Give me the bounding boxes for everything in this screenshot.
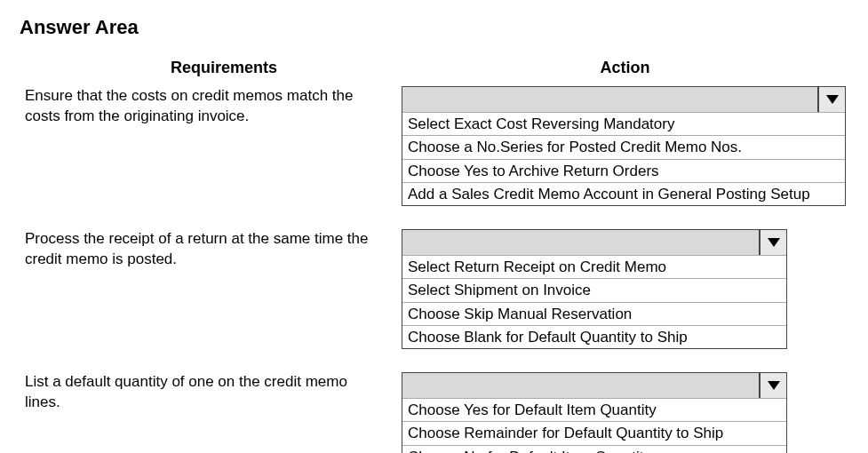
dropdown-option[interactable]: Select Exact Cost Reversing Mandatory xyxy=(402,112,845,135)
dropdown-option[interactable]: Choose Yes for Default Item Quantity xyxy=(402,398,786,421)
requirement-text: Ensure that the costs on credit memos ma… xyxy=(20,86,402,127)
action-cell: Select Exact Cost Reversing Mandatory Ch… xyxy=(402,86,848,206)
action-dropdown: Choose Yes for Default Item Quantity Cho… xyxy=(402,372,787,453)
requirement-text: List a default quantity of one on the cr… xyxy=(20,372,402,413)
dropdown-selected-row[interactable] xyxy=(402,230,786,255)
chevron-down-icon xyxy=(768,381,780,390)
dropdown-button[interactable] xyxy=(760,373,786,398)
question-row: List a default quantity of one on the cr… xyxy=(20,372,848,453)
dropdown-option[interactable]: Choose Remainder for Default Quantity to… xyxy=(402,421,786,444)
requirements-header: Requirements xyxy=(20,59,402,77)
dropdown-selected-row[interactable] xyxy=(402,373,786,398)
question-row: Process the receipt of a return at the s… xyxy=(20,229,848,349)
dropdown-option[interactable]: Choose No for Default Item Quantity xyxy=(402,445,786,454)
dropdown-selected[interactable] xyxy=(402,230,760,255)
dropdown-button[interactable] xyxy=(760,230,786,255)
columns-header: Requirements Action xyxy=(20,59,848,77)
dropdown-option[interactable]: Select Return Receipt on Credit Memo xyxy=(402,255,786,278)
dropdown-option[interactable]: Select Shipment on Invoice xyxy=(402,278,786,301)
requirement-text: Process the receipt of a return at the s… xyxy=(20,229,402,270)
action-dropdown: Select Return Receipt on Credit Memo Sel… xyxy=(402,229,787,349)
action-cell: Select Return Receipt on Credit Memo Sel… xyxy=(402,229,848,349)
action-header: Action xyxy=(402,59,848,77)
dropdown-option[interactable]: Choose Yes to Archive Return Orders xyxy=(402,159,845,182)
dropdown-option[interactable]: Choose a No.Series for Posted Credit Mem… xyxy=(402,135,845,158)
action-cell: Choose Yes for Default Item Quantity Cho… xyxy=(402,372,848,453)
action-dropdown: Select Exact Cost Reversing Mandatory Ch… xyxy=(402,86,846,206)
chevron-down-icon xyxy=(768,238,780,247)
dropdown-option[interactable]: Choose Skip Manual Reservation xyxy=(402,302,786,325)
question-row: Ensure that the costs on credit memos ma… xyxy=(20,86,848,206)
dropdown-button[interactable] xyxy=(818,87,845,112)
chevron-down-icon xyxy=(826,95,839,104)
dropdown-selected-row[interactable] xyxy=(402,87,845,112)
dropdown-option[interactable]: Choose Blank for Default Quantity to Shi… xyxy=(402,325,786,348)
dropdown-option[interactable]: Add a Sales Credit Memo Account in Gener… xyxy=(402,182,845,205)
page-title: Answer Area xyxy=(20,16,848,39)
dropdown-selected[interactable] xyxy=(402,87,818,112)
dropdown-selected[interactable] xyxy=(402,373,760,398)
